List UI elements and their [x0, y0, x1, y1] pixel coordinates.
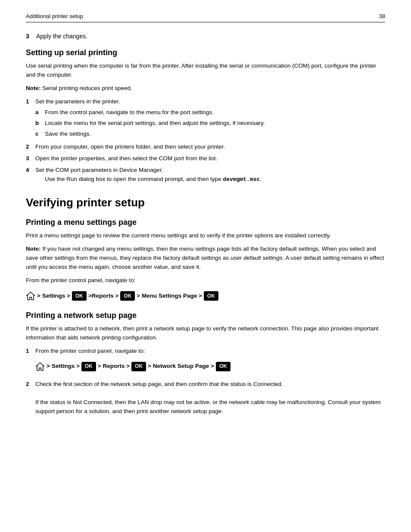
menu-note-italic: user default settings — [230, 255, 283, 261]
menu-settings-section: Printing a menu settings page Print a me… — [26, 218, 385, 301]
serial-step-4-extra: Use the Run dialog box to open the comma… — [45, 176, 262, 182]
substep-c-text: Save the settings. — [45, 130, 91, 139]
serial-step-4-text: Set the COM port parameters in Device Ma… — [35, 167, 163, 173]
network-ok-btn-1: OK — [81, 362, 96, 371]
substep-b-alpha: b — [35, 119, 41, 128]
network-step-1-content: From the printer control panel, navigate… — [35, 347, 230, 377]
serial-step-1: 1 Set the parameters in the printer. a F… — [26, 97, 385, 140]
network-step-2: 2 Check the first section of the network… — [26, 380, 385, 416]
svg-marker-2 — [36, 363, 44, 370]
network-steps-list: 1 From the printer control panel, naviga… — [26, 347, 385, 416]
menu-settings-heading: Printing a menu settings page — [26, 218, 385, 227]
serial-step-4-num: 4 — [26, 166, 32, 184]
network-home-icon — [35, 362, 45, 371]
serial-note-text: Serial printing reduces print speed. — [41, 85, 132, 91]
network-step-1-text: From the printer control panel, navigate… — [35, 348, 145, 354]
menu-ok-btn-2: OK — [120, 291, 135, 301]
network-setup-body1: If the printer is attached to a network,… — [26, 324, 385, 342]
serial-note-label: Note: — [26, 85, 41, 91]
network-setup-page-label: > Network Setup Page > — [148, 362, 214, 371]
menu-settings-label: Settings > — [42, 292, 70, 299]
network-step-1-num: 1 — [26, 347, 32, 377]
network-step-2-content: Check the first section of the network s… — [35, 380, 385, 416]
menu-settings-note: Note: If you have not changed any menu s… — [26, 245, 385, 272]
serial-heading: Setting up serial printing — [26, 48, 385, 57]
menu-settings-nav-path: > Settings > OK >Reports > OK > Menu Set… — [26, 291, 385, 301]
network-step-2-num: 2 — [26, 380, 32, 416]
serial-substeps-1: a From the control panel, navigate to th… — [35, 108, 265, 139]
serial-step-2-num: 2 — [26, 143, 32, 152]
serial-step-4-content: Set the COM port parameters in Device Ma… — [35, 166, 262, 184]
network-ok-btn-2: OK — [131, 362, 146, 371]
step3-num: 3 — [26, 33, 33, 40]
network-ok-btn-3: OK — [216, 362, 230, 371]
serial-step-3-num: 3 — [26, 154, 32, 163]
page-header: Additional printer setup 38 — [26, 13, 385, 22]
serial-step-1-text: Set the parameters in the printer. — [35, 98, 120, 105]
devmgmt-code: devmgmt.msc — [223, 176, 260, 183]
serial-step-4: 4 Set the COM port parameters in Device … — [26, 166, 385, 184]
network-step-2-extra: If the status is Not Connected, then the… — [35, 399, 380, 414]
network-settings-label: Settings > — [52, 362, 80, 371]
serial-step-2-text: From your computer, open the printers fo… — [35, 143, 225, 152]
step3-text: Apply the changes. — [36, 33, 87, 40]
home-icon — [26, 291, 35, 301]
serial-substep-b: b Locate the menu for the serial port se… — [35, 119, 265, 128]
menu-ok-btn-1: OK — [72, 291, 87, 301]
verifying-heading: Verifying printer setup — [26, 196, 385, 209]
serial-note: Note: Serial printing reduces print spee… — [26, 84, 385, 93]
menu-settings-page-label: > Menu Settings Page > — [137, 292, 202, 299]
menu-ok-btn-3: OK — [204, 291, 218, 301]
substep-b-text: Locate the menu for the serial port sett… — [45, 119, 265, 128]
network-sep1: > — [47, 362, 50, 371]
substep-a-text: From the control panel, navigate to the … — [45, 108, 214, 117]
serial-step-3: 3 Open the printer properties, and then … — [26, 154, 385, 163]
page-header-title: Additional printer setup — [26, 13, 83, 19]
menu-nav-intro: From the printer control panel, navigate… — [26, 276, 385, 285]
menu-reports-label: >Reports > — [88, 292, 119, 299]
svg-marker-0 — [27, 292, 34, 300]
serial-step-2: 2 From your computer, open the printers … — [26, 143, 385, 152]
menu-sep1: > — [37, 292, 40, 299]
network-reports-label: > Reports > — [98, 362, 130, 371]
menu-note-label: Note: — [26, 246, 41, 252]
menu-settings-body1: Print a menu settings page to review the… — [26, 231, 385, 240]
serial-body1: Use serial printing when the computer is… — [26, 62, 385, 80]
substep-c-alpha: c — [35, 130, 41, 139]
page: Additional printer setup 38 3 Apply the … — [0, 0, 411, 443]
serial-step-1-num: 1 — [26, 97, 32, 140]
network-step-1: 1 From the printer control panel, naviga… — [26, 347, 385, 377]
substep-a-alpha: a — [35, 108, 41, 117]
page-number: 38 — [379, 13, 385, 19]
serial-substep-a: a From the control panel, navigate to th… — [35, 108, 265, 117]
network-step-2-text: Check the first section of the network s… — [35, 381, 283, 387]
network-nav-path: > Settings > OK > Reports > OK > Network… — [35, 362, 230, 371]
step3-intro: 3 Apply the changes. — [26, 33, 385, 40]
serial-steps-list: 1 Set the parameters in the printer. a F… — [26, 97, 385, 184]
serial-substep-c: c Save the settings. — [35, 130, 265, 139]
serial-step-3-text: Open the printer properties, and then se… — [35, 154, 217, 163]
network-setup-section: Printing a network setup page If the pri… — [26, 311, 385, 416]
serial-section: Setting up serial printing Use serial pr… — [26, 48, 385, 184]
serial-step-1-content: Set the parameters in the printer. a Fro… — [35, 97, 265, 140]
network-setup-heading: Printing a network setup page — [26, 311, 385, 320]
